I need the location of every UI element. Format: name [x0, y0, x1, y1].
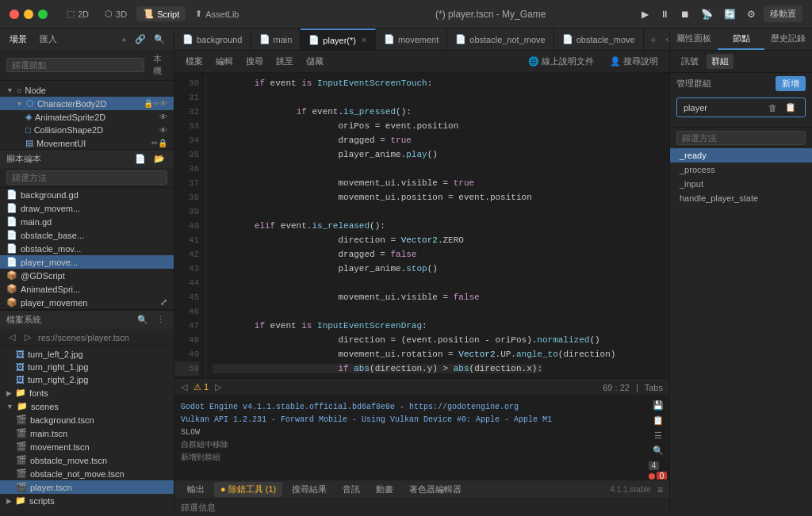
scene-filter-input[interactable]	[6, 58, 144, 72]
editor-left-nav[interactable]: ◁	[663, 33, 669, 45]
file-background-tscn[interactable]: 🎬 background.tscn	[0, 413, 174, 426]
script-obstacle-mov[interactable]: 📄 obstacle_mov...	[0, 242, 174, 255]
script-bg[interactable]: 📄 background.gd	[0, 188, 174, 201]
console-copy-btn[interactable]: 📋	[650, 415, 666, 426]
filter-scene-button[interactable]: 🔍	[151, 33, 167, 45]
tab-animation[interactable]: 動畫	[370, 482, 400, 497]
link-node-button[interactable]: 🔗	[132, 33, 148, 45]
tab-audio[interactable]: 音訊	[336, 482, 366, 497]
file-turn-right2[interactable]: 🖼 turn_right_2.jpg	[0, 373, 174, 386]
console-save-btn[interactable]: 💾	[650, 399, 666, 411]
script-player-move[interactable]: 📄 player_move...	[0, 255, 174, 269]
signals-sub-tab[interactable]: 訊號	[676, 54, 703, 69]
scene-local-btn[interactable]: 本機	[147, 52, 167, 78]
tab-add-button[interactable]: +	[644, 30, 663, 49]
tab-player[interactable]: 📄 player(*) ✕	[301, 29, 376, 50]
tab-shader[interactable]: 著色器編輯器	[403, 482, 468, 497]
minimize-button[interactable]	[24, 10, 33, 19]
stop-button[interactable]: ⏹	[677, 7, 693, 21]
remote-button[interactable]: 📡	[698, 7, 716, 21]
new-script-button[interactable]: 📄	[132, 153, 148, 165]
tab-main[interactable]: 📄 main	[251, 29, 301, 50]
new-group-button[interactable]: 新增	[776, 76, 806, 91]
file-icon-omove: 🎬	[16, 455, 27, 465]
search-help-button[interactable]: 👤 搜尋說明	[605, 54, 663, 69]
tree-item-collisionshape[interactable]: □ CollisionShape2D 👁	[0, 124, 174, 136]
edit-menu-button[interactable]: 編輯	[211, 54, 238, 69]
script-gdscript[interactable]: 📦 @GDScript	[0, 269, 174, 282]
properties-tab[interactable]: 屬性面板	[670, 29, 718, 50]
folder-icon-scripts: 📁	[15, 495, 26, 506]
console-filter-btn[interactable]: ☰	[652, 430, 665, 441]
move-label-button[interactable]: 移動置	[764, 6, 802, 22]
method-input[interactable]: _input	[670, 177, 812, 191]
play-button[interactable]: ▶	[638, 7, 652, 21]
close-button[interactable]	[10, 10, 19, 19]
code-content[interactable]: 3031323334 3536373839 4041424344 4546474…	[174, 73, 669, 378]
tab-output[interactable]: 輸出	[181, 482, 211, 497]
delete-group-button[interactable]: 🗑	[766, 101, 779, 113]
file-turn-left2[interactable]: 🖼 turn_left_2.jpg	[0, 348, 174, 361]
script-main[interactable]: 📄 main.gd	[0, 215, 174, 228]
store-menu-button[interactable]: 儲藏	[301, 54, 328, 69]
maximize-button[interactable]	[38, 10, 48, 19]
script-icon-ob: 📄	[6, 230, 17, 240]
script-filter-input[interactable]	[6, 170, 167, 185]
tree-item-characterbody2d[interactable]: ▼ ⬡ CharacterBody2D 🔒✏👁	[0, 97, 174, 110]
file-player-tscn[interactable]: 🎬 player.tscn	[0, 480, 174, 494]
tab-movement[interactable]: 📄 movement	[376, 29, 447, 50]
script-animspri[interactable]: 📦 AnimatedSpri...	[0, 282, 174, 296]
method-handle-state[interactable]: handle_player_state	[670, 191, 812, 205]
tab-search-results[interactable]: 搜尋結果	[285, 482, 333, 497]
tab-close-player[interactable]: ✕	[361, 36, 367, 44]
goto-menu-button[interactable]: 跳至	[271, 54, 298, 69]
nav-back-button[interactable]: ◁	[6, 331, 17, 343]
file-search-button[interactable]: 🔍	[135, 314, 151, 326]
scroll-left[interactable]: ◁	[181, 382, 187, 392]
scene-tab[interactable]: 場景	[6, 32, 30, 47]
mode-script-button[interactable]: 📜 Script	[136, 6, 186, 21]
console-search-btn[interactable]: 🔍	[650, 445, 666, 457]
tab-obstacle-not-move[interactable]: 📄 obstacle_not_move	[447, 29, 553, 50]
mode-2d-button[interactable]: ⬚ 2D	[60, 6, 95, 21]
code-lines[interactable]: if event is InputEventScreenTouch: if ev…	[206, 73, 669, 378]
tree-item-animatedsprite[interactable]: ◈ AnimatedSprite2D 👁	[0, 110, 174, 124]
script-draw[interactable]: 📄 draw_movem...	[0, 201, 174, 215]
tree-item-movementui[interactable]: ▤ MovementUI ✏🔒	[0, 136, 174, 149]
method-filter-input[interactable]	[676, 131, 806, 145]
method-ready[interactable]: _ready	[670, 148, 812, 162]
history-tab[interactable]: 歷史記錄	[764, 29, 812, 50]
copy-group-button[interactable]: 📋	[783, 101, 799, 113]
file-turn-right1[interactable]: 🖼 turn_right_1.jpg	[0, 361, 174, 373]
script-player-var[interactable]: 📦 player_movemen ⤢	[0, 296, 174, 309]
file-obstacle-notmove-tscn[interactable]: 🎬 obstacle_not_move.tscn	[0, 467, 174, 480]
tab-background[interactable]: 📄 background	[174, 29, 251, 50]
nav-forward-button[interactable]: ▷	[22, 331, 33, 343]
file-folder-scenes[interactable]: ▼ 📁 scenes	[0, 399, 174, 413]
groups-sub-tab[interactable]: 群組	[707, 54, 733, 69]
file-menu-button[interactable]: 檔案	[181, 54, 208, 69]
tab-obstacle-move[interactable]: 📄 obstacle_move	[554, 29, 644, 50]
sync-button[interactable]: 🔄	[721, 7, 739, 21]
script-obstacle-base[interactable]: 📄 obstacle_base...	[0, 228, 174, 242]
file-folder-scripts[interactable]: ▶ 📁 scripts	[0, 494, 174, 507]
file-main-tscn[interactable]: 🎬 main.tscn	[0, 426, 174, 440]
add-node-button[interactable]: +	[120, 33, 129, 45]
settings-button[interactable]: ⚙	[744, 7, 759, 21]
method-process[interactable]: _process	[670, 162, 812, 177]
file-obstacle-move-tscn[interactable]: 🎬 obstacle_move.tscn	[0, 453, 174, 467]
file-folder-fonts[interactable]: ▶ 📁 fonts	[0, 386, 174, 399]
file-movement-tscn[interactable]: 🎬 movement.tscn	[0, 440, 174, 453]
tree-item-node[interactable]: ▼ ○ Node	[0, 84, 174, 97]
import-tab[interactable]: 匯入	[36, 32, 60, 47]
pause-button[interactable]: ⏸	[657, 7, 672, 21]
file-options-button[interactable]: ⋮	[154, 314, 167, 326]
open-script-button[interactable]: 📂	[151, 153, 167, 165]
mode-3d-button[interactable]: ⬡ 3D	[98, 6, 133, 21]
tab-debug[interactable]: ● 除錯工具 (1)	[214, 482, 282, 497]
mode-assetlib-button[interactable]: ⬆ AssetLib	[189, 6, 245, 21]
nodes-tab[interactable]: 節點	[718, 29, 765, 50]
scroll-right[interactable]: ▷	[215, 382, 221, 392]
search-menu-button[interactable]: 搜尋	[241, 54, 268, 69]
online-docs-button[interactable]: 🌐 線上說明文件	[523, 54, 599, 69]
